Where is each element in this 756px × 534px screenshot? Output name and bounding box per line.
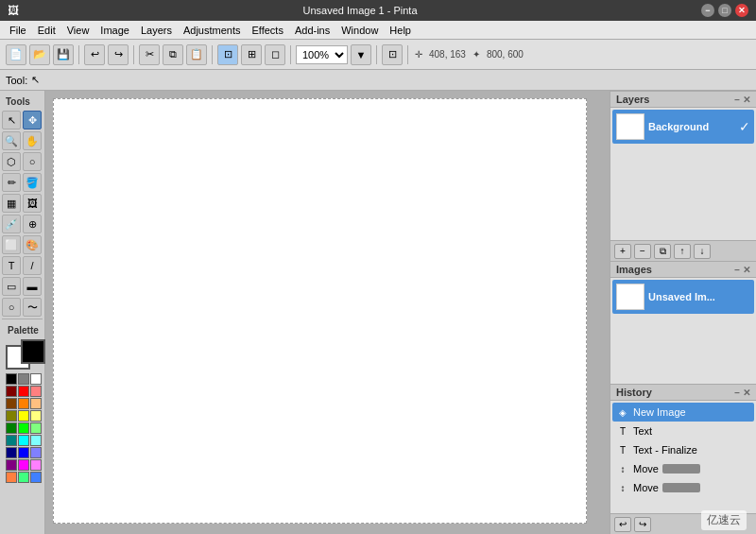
palette-color-cell[interactable] bbox=[30, 459, 42, 471]
pencil-tool[interactable]: ✏ bbox=[2, 173, 21, 192]
palette-color-cell[interactable] bbox=[6, 410, 17, 422]
history-item-text-finalize[interactable]: T Text - Finalize bbox=[612, 440, 754, 459]
palette-color-cell[interactable] bbox=[18, 386, 29, 397]
menu-effects[interactable]: Effects bbox=[247, 21, 289, 39]
paste-button[interactable]: 📋 bbox=[186, 44, 207, 65]
maximize-button[interactable]: □ bbox=[718, 4, 731, 17]
palette-color-cell[interactable] bbox=[6, 472, 17, 483]
menu-addins[interactable]: Add-ins bbox=[289, 21, 335, 39]
palette-color-cell[interactable] bbox=[18, 398, 29, 409]
layer-item-background[interactable]: Background ✓ bbox=[612, 110, 754, 144]
palette-color-cell[interactable] bbox=[18, 435, 29, 446]
history-item-move-1[interactable]: ↕ Move bbox=[612, 459, 754, 478]
images-minimize-button[interactable]: − bbox=[734, 265, 740, 275]
deselect-button[interactable]: ◻ bbox=[265, 44, 285, 65]
palette-color-cell[interactable] bbox=[18, 373, 29, 385]
history-minimize-button[interactable]: − bbox=[734, 388, 740, 398]
paint-bucket-tool[interactable]: 🪣 bbox=[23, 173, 42, 192]
palette-color-cell[interactable] bbox=[6, 435, 17, 446]
images-panel-controls: − ✕ bbox=[734, 265, 750, 275]
select-rect-button[interactable]: ⊡ bbox=[217, 44, 238, 65]
menu-help[interactable]: Help bbox=[384, 21, 417, 39]
text-tool[interactable]: T bbox=[2, 256, 21, 275]
redo-button[interactable]: ↪ bbox=[108, 44, 129, 65]
zoom-fit-button[interactable]: ⊡ bbox=[382, 44, 403, 65]
palette-color-cell[interactable] bbox=[30, 386, 42, 397]
zoom-select[interactable]: 100% 50% 200% bbox=[296, 45, 348, 64]
eyedropper-tool[interactable]: 💉 bbox=[2, 215, 21, 233]
palette-color-cell[interactable] bbox=[6, 422, 17, 434]
zoom-tool[interactable]: 🔍 bbox=[2, 131, 21, 150]
palette-color-cell[interactable] bbox=[6, 447, 17, 458]
open-button[interactable]: 📂 bbox=[29, 44, 50, 65]
zoom-dropdown-button[interactable]: ▼ bbox=[351, 44, 371, 65]
history-item-text-1[interactable]: T Text bbox=[612, 422, 754, 440]
palette-color-cell[interactable] bbox=[30, 472, 42, 483]
palette-color-cell[interactable] bbox=[6, 386, 17, 397]
palette-color-cell[interactable] bbox=[18, 447, 29, 458]
layer-visible-check[interactable]: ✓ bbox=[739, 119, 750, 134]
move-tool[interactable]: ✥ bbox=[23, 111, 42, 129]
palette-color-cell[interactable] bbox=[30, 410, 42, 422]
freehand-tool[interactable]: 〜 bbox=[23, 298, 42, 317]
rect-tool[interactable]: ▭ bbox=[2, 277, 21, 296]
canvas[interactable] bbox=[53, 98, 587, 524]
palette-color-cell[interactable] bbox=[6, 398, 17, 409]
copy-button[interactable]: ⧉ bbox=[163, 44, 183, 65]
palette-color-cell[interactable] bbox=[18, 472, 29, 483]
layers-add-button[interactable]: + bbox=[614, 244, 631, 259]
menu-image[interactable]: Image bbox=[94, 21, 135, 39]
history-item-move-2[interactable]: ↕ Move bbox=[612, 478, 754, 497]
undo-button[interactable]: ↩ bbox=[84, 44, 105, 65]
menu-layers[interactable]: Layers bbox=[135, 21, 178, 39]
palette-color-cell[interactable] bbox=[18, 422, 29, 434]
lasso-tool[interactable]: ○ bbox=[23, 152, 42, 171]
gradient-tool[interactable]: ▦ bbox=[2, 194, 21, 213]
foreground-color-swatch[interactable] bbox=[21, 339, 45, 364]
save-button[interactable]: 💾 bbox=[53, 44, 74, 65]
layers-close-button[interactable]: ✕ bbox=[743, 95, 750, 105]
palette-color-cell[interactable] bbox=[30, 435, 42, 446]
palette-color-cell[interactable] bbox=[18, 459, 29, 471]
rounded-rect-tool[interactable]: ▬ bbox=[23, 277, 42, 296]
layers-delete-button[interactable]: − bbox=[634, 244, 651, 259]
eraser-tool[interactable]: ⬜ bbox=[2, 235, 21, 254]
menu-view[interactable]: View bbox=[61, 21, 95, 39]
menu-edit[interactable]: Edit bbox=[32, 21, 61, 39]
menu-adjustments[interactable]: Adjustments bbox=[178, 21, 247, 39]
history-redo-button[interactable]: ↪ bbox=[634, 517, 651, 532]
palette-color-cell[interactable] bbox=[30, 447, 42, 458]
palette-color-cell[interactable] bbox=[30, 373, 42, 385]
history-undo-button[interactable]: ↩ bbox=[614, 517, 631, 532]
cut-button[interactable]: ✂ bbox=[139, 44, 160, 65]
history-item-new-image[interactable]: ◈ New Image bbox=[612, 403, 754, 422]
pan-tool[interactable]: ✋ bbox=[23, 131, 42, 150]
history-close-button[interactable]: ✕ bbox=[743, 388, 750, 398]
palette-color-cell[interactable] bbox=[6, 459, 17, 471]
clone-tool[interactable]: ⊕ bbox=[23, 215, 42, 233]
palette-color-cell[interactable] bbox=[30, 422, 42, 434]
palette-color-cell[interactable] bbox=[6, 373, 17, 385]
layers-minimize-button[interactable]: − bbox=[734, 95, 740, 105]
minimize-button[interactable]: − bbox=[701, 4, 714, 17]
magic-wand-tool[interactable]: ⬡ bbox=[2, 152, 21, 171]
palette-color-cell[interactable] bbox=[30, 398, 42, 409]
menu-file[interactable]: File bbox=[4, 21, 32, 39]
close-button[interactable]: ✕ bbox=[735, 4, 748, 17]
arrow-tool[interactable]: ↖ bbox=[2, 111, 21, 129]
ellipse-tool[interactable]: ○ bbox=[2, 298, 21, 317]
new-button[interactable]: 📄 bbox=[6, 44, 26, 65]
images-close-button[interactable]: ✕ bbox=[743, 265, 750, 275]
layers-down-button[interactable]: ↓ bbox=[694, 244, 711, 259]
color-tool[interactable]: 🎨 bbox=[23, 235, 42, 254]
image-item[interactable]: Unsaved Im... bbox=[612, 280, 754, 314]
layers-up-button[interactable]: ↑ bbox=[674, 244, 691, 259]
tool-row-2: 🔍 ✋ bbox=[2, 131, 43, 150]
select-all-button[interactable]: ⊞ bbox=[241, 44, 262, 65]
canvas-area[interactable] bbox=[45, 91, 610, 534]
menu-window[interactable]: Window bbox=[335, 21, 384, 39]
palette-color-cell[interactable] bbox=[18, 410, 29, 422]
line-tool[interactable]: / bbox=[23, 256, 42, 275]
layers-duplicate-button[interactable]: ⧉ bbox=[654, 244, 671, 259]
image-tool[interactable]: 🖼 bbox=[23, 194, 42, 213]
